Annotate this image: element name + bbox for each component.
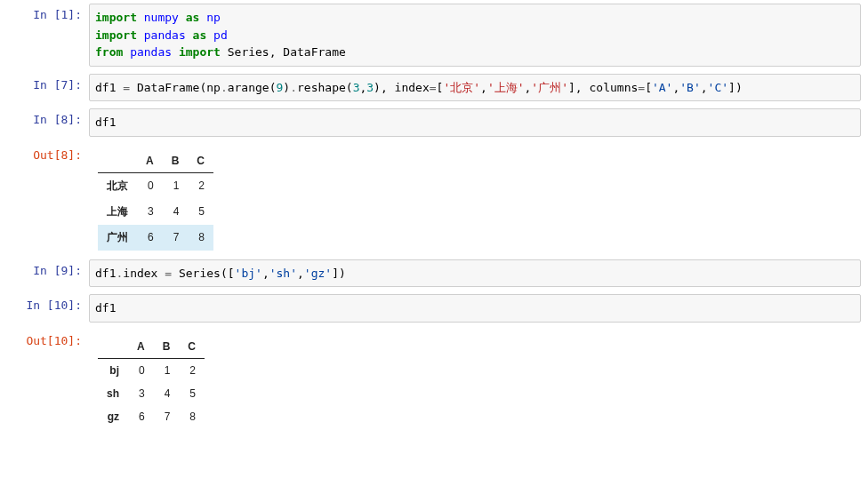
code-text: DataFrame(np	[130, 81, 221, 94]
row-index: sh	[98, 382, 128, 405]
code-text: ), index	[374, 81, 430, 94]
input-prompt: In [10]:	[7, 294, 89, 323]
comma: ,	[480, 81, 487, 94]
code-text: arange(	[228, 81, 277, 94]
row-index: 广州	[98, 225, 137, 251]
keyword-as: as	[193, 28, 207, 42]
operator-eq: =	[430, 81, 437, 94]
col-header: A	[128, 335, 154, 359]
output-area: A B C bj 0 1 2 sh 3 4 5	[89, 330, 861, 430]
cell: 3	[137, 199, 163, 225]
code-text: index	[123, 267, 165, 280]
code-text: df1	[95, 301, 116, 315]
cell: 0	[128, 358, 154, 382]
input-prompt: In [1]:	[7, 4, 89, 67]
string: 'A'	[652, 81, 672, 94]
comma: ,	[262, 267, 269, 280]
dot: .	[290, 81, 297, 94]
module-pandas: pandas	[144, 28, 186, 42]
col-header: C	[188, 149, 213, 173]
number: 3	[366, 81, 374, 94]
operator-eq: =	[165, 267, 172, 280]
row-index: 北京	[98, 172, 137, 199]
code-cell-8: In [8]: df1	[7, 108, 861, 137]
keyword-import: import	[179, 45, 221, 59]
cell: 1	[163, 172, 189, 199]
cell: 2	[188, 172, 213, 199]
cell: 8	[179, 405, 205, 428]
blank-corner	[98, 149, 137, 173]
cell: 3	[128, 382, 154, 405]
string: 'sh'	[269, 267, 297, 280]
module-numpy: numpy	[144, 11, 179, 24]
bracket: [	[645, 81, 652, 94]
keyword-from: from	[95, 45, 123, 59]
operator-eq: =	[123, 81, 130, 94]
code-input[interactable]: df1 = DataFrame(np.arange(9).reshape(3,3…	[89, 74, 861, 102]
input-prompt: In [9]:	[7, 259, 89, 288]
module-pandas: pandas	[130, 45, 172, 59]
cell: 6	[128, 405, 154, 428]
output-prompt: Out[8]:	[7, 144, 89, 252]
string: '北京'	[443, 81, 480, 94]
row-index: gz	[98, 405, 128, 428]
cell: 7	[154, 405, 180, 428]
dot: .	[221, 81, 228, 94]
import-names: Series, DataFrame	[228, 45, 346, 59]
input-prompt: In [7]:	[7, 74, 89, 102]
comma: ,	[297, 267, 304, 280]
string: 'gz'	[304, 267, 332, 280]
comma: ,	[701, 81, 708, 94]
code-text: Series([	[172, 267, 234, 280]
table-header-row: A B C	[98, 335, 205, 359]
dataframe-table: A B C bj 0 1 2 sh 3 4 5	[98, 335, 205, 428]
cell: 4	[163, 199, 189, 225]
cell: 4	[154, 382, 180, 405]
code-input[interactable]: df1	[89, 108, 861, 137]
code-text: df1	[95, 267, 116, 280]
cell: 6	[137, 225, 163, 251]
cell: 5	[179, 382, 205, 405]
code-input[interactable]: df1	[89, 294, 861, 323]
code-cell-1: In [1]: import numpy as np import pandas…	[7, 4, 861, 67]
table-row: 北京 0 1 2	[98, 172, 213, 199]
col-header: B	[163, 149, 189, 173]
alias-np: np	[206, 11, 221, 24]
string: '广州'	[531, 81, 568, 94]
col-header: A	[137, 149, 163, 173]
alias-pd: pd	[213, 28, 228, 42]
cell: 5	[188, 199, 213, 225]
keyword-import: import	[95, 11, 137, 24]
code-cell-9: In [9]: df1.index = Series(['bj','sh','g…	[7, 259, 861, 288]
code-cell-10: In [10]: df1	[7, 294, 861, 323]
col-header: C	[179, 335, 205, 359]
string: 'B'	[679, 81, 700, 94]
cell: 8	[188, 225, 213, 251]
string: 'C'	[708, 81, 728, 94]
table-row: 上海 3 4 5	[98, 199, 213, 225]
code-text: ])	[332, 267, 346, 280]
blank-corner	[98, 335, 128, 359]
code-input[interactable]: df1.index = Series(['bj','sh','gz'])	[89, 259, 861, 288]
code-text: df1	[95, 116, 116, 129]
cell: 2	[179, 358, 205, 382]
output-prompt: Out[10]:	[7, 330, 89, 430]
input-prompt: In [8]:	[7, 108, 89, 137]
cell: 7	[163, 225, 189, 251]
table-row: gz 6 7 8	[98, 405, 205, 428]
string: 'bj'	[235, 267, 262, 280]
table-row: bj 0 1 2	[98, 358, 205, 382]
operator-eq: =	[638, 81, 645, 94]
cell: 0	[137, 172, 163, 199]
output-cell-10: Out[10]: A B C bj 0 1 2 sh	[7, 330, 861, 430]
dataframe-table: A B C 北京 0 1 2 上海 3 4 5	[98, 149, 213, 251]
cell: 1	[154, 358, 180, 382]
code-text: ])	[728, 81, 743, 94]
code-input[interactable]: import numpy as np import pandas as pd f…	[89, 4, 861, 67]
table-row: 广州 6 7 8	[98, 225, 213, 251]
paren: )	[283, 81, 290, 94]
code-text: reshape(	[297, 81, 353, 94]
table-row: sh 3 4 5	[98, 382, 205, 405]
table-header-row: A B C	[98, 149, 213, 173]
string: '上海'	[487, 81, 525, 94]
